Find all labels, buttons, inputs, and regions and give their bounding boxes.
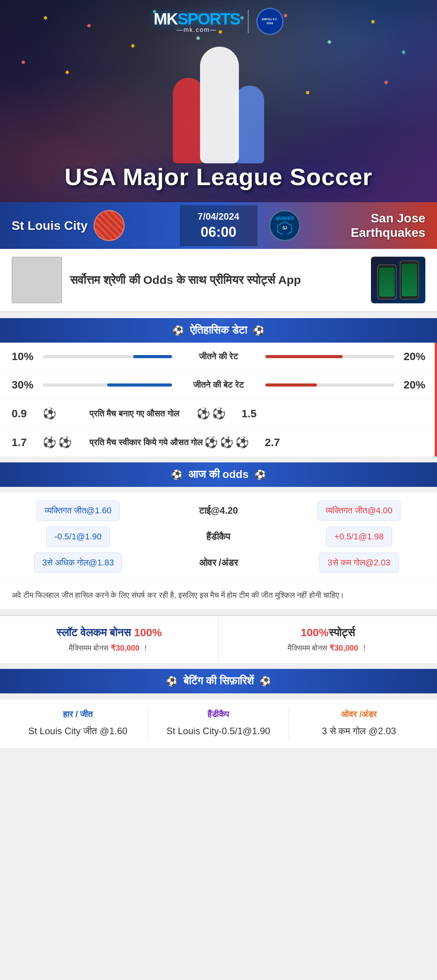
- stat-bar-container-1r: [265, 355, 395, 358]
- ball-icon-blue-4: ⚽: [58, 436, 72, 449]
- stat-bar-container-2r: [265, 383, 395, 387]
- match-time: 06:00: [192, 224, 246, 240]
- rec-value-overunder: 3 से कम गोल @2.03: [294, 724, 423, 738]
- ball-icon-blue-1: ⚽: [43, 407, 56, 420]
- bonus-subtitle-left: मैक्सिमम बोनस ₹30,000 ！: [8, 643, 211, 653]
- phone-1: [377, 264, 397, 299]
- odds-btn-tie[interactable]: टाई@4.20: [191, 500, 245, 521]
- rec-value-win-loss: St Louis City जीत @1.60: [14, 724, 142, 738]
- logo-divider: [248, 10, 249, 33]
- quakes-label: QUAKES: [275, 215, 294, 221]
- historical-header: ⚽ ऐतिहासिक डेटा ⚽: [0, 318, 437, 343]
- stat-icons-left-3: ⚽: [43, 407, 82, 420]
- svg-text:SJ: SJ: [282, 226, 287, 230]
- stat-bar-right-fill-1: [265, 355, 343, 358]
- stat-icons-right-4: ⚽ ⚽ ⚽: [210, 436, 249, 449]
- odds-cell-2-2: हैंडीकैप: [148, 527, 289, 547]
- promo-text: सर्वोत्तम श्रेणी की Odds के साथ प्रीमियर…: [70, 272, 363, 288]
- player-main-silhouette: [200, 47, 239, 163]
- odds-cell-2-1[interactable]: -0.5/1@1.90: [8, 527, 148, 547]
- odds-btn-win-right[interactable]: व्यक्तिगत जीत@4.00: [317, 500, 400, 521]
- odds-btn-over-left[interactable]: 3से अधिक गोल@1.83: [34, 553, 122, 573]
- promo-placeholder-image: [12, 257, 62, 303]
- stat-bar-left-1: [43, 355, 172, 358]
- team-left-logo: [94, 210, 125, 241]
- note-text: अवे टीम फिलहाल जीत हासिल करने के लिए संघ…: [12, 589, 425, 601]
- stat-bar-container-2: [43, 383, 172, 387]
- promo-phones-image: [371, 257, 425, 303]
- odds-label-handicap: हैंडीकैप: [198, 527, 238, 547]
- recommendations-header: ⚽ बेटिंग की सिफ़ारिशें ⚽: [0, 669, 437, 693]
- bonus-subtitle-right: मैक्सिमम बोनस ₹30,000 ！: [226, 643, 430, 653]
- team-left-name: St Louis City: [12, 219, 88, 233]
- odds-title: आज की odds: [188, 468, 248, 481]
- odds-cell-3-3[interactable]: 3से कम गोल@2.03: [289, 553, 429, 573]
- stat-left-bet-rate: 30%: [12, 379, 35, 391]
- hero-title: USA Major League Soccer: [0, 163, 437, 191]
- stat-right-bet-rate: 20%: [402, 379, 425, 391]
- match-header: St Louis City 7/04/2024 06:00 QUAKES SJ …: [0, 202, 437, 249]
- player-silhouette: [173, 78, 204, 163]
- stat-row-goals-conceded: 1.7 ⚽ ⚽ प्रति मैच स्वीकार किये गये औसत ग…: [0, 428, 437, 457]
- rec-col-overunder: ओवर /अंडर 3 से कम गोल @2.03: [289, 709, 429, 738]
- odds-cell-1-2[interactable]: टाई@4.20: [148, 500, 289, 521]
- odds-cell-1-3[interactable]: व्यक्तिगत जीत@4.00: [289, 500, 429, 521]
- odds-btn-win-left[interactable]: व्यक्तिगत जीत@1.60: [37, 500, 120, 521]
- team-right-section: QUAKES SJ San Jose Earthquakes: [258, 202, 437, 249]
- quakes-emblem: SJ: [277, 221, 292, 234]
- ball-icon-orange-3: ⚽: [204, 436, 218, 449]
- odds-btn-handicap-right[interactable]: +0.5/1@1.98: [326, 527, 392, 547]
- recommendations-section: हार / जीत St Louis City जीत @1.60 हैंडीक…: [0, 699, 437, 748]
- odds-cell-2-3[interactable]: +0.5/1@1.98: [289, 527, 429, 547]
- bonus-card-left[interactable]: स्लॉट वेलकम बोनस 100% मैक्सिमम बोनस ₹30,…: [0, 616, 219, 663]
- mk-brand: MKSPORTS —mk.com—: [153, 10, 240, 33]
- stat-bar-left-2: [43, 383, 172, 387]
- stat-label-2: जीतने की बेट रेट: [180, 380, 258, 390]
- hero-logos: MKSPORTS —mk.com— EMPOLI F.C. 1920: [153, 8, 283, 35]
- phone-screen-1: [379, 268, 395, 297]
- bonus-percent-left: 100%: [134, 626, 162, 639]
- red-side-bar: [435, 343, 437, 457]
- odds-section: व्यक्तिगत जीत@1.60 टाई@4.20 व्यक्तिगत जी…: [0, 493, 437, 609]
- stat-row-bet-rate: 30% जीतने की बेट रेट 20%: [0, 371, 437, 399]
- match-center: 7/04/2024 06:00: [180, 205, 258, 246]
- rec-value-handicap: St Louis City-0.5/1@1.90: [154, 724, 283, 738]
- bonus-section[interactable]: स्लॉट वेलकम बोनस 100% मैक्सिमम बोनस ₹30,…: [0, 615, 437, 663]
- soccer-icon-rec-left: ⚽: [166, 676, 178, 687]
- players-visual: [83, 39, 355, 163]
- rec-col-handicap: हैंडीकैप St Louis City-0.5/1@1.90: [148, 709, 289, 738]
- odds-btn-over-right[interactable]: 3से कम गोल@2.03: [319, 553, 399, 573]
- stat-left-win-rate: 10%: [12, 350, 35, 363]
- odds-cell-1-1[interactable]: व्यक्तिगत जीत@1.60: [8, 500, 148, 521]
- stat-bar-right-fill-2: [265, 383, 317, 387]
- promo-banner[interactable]: सर्वोत्तम श्रेणी की Odds के साथ प्रीमियर…: [0, 249, 437, 312]
- odds-cell-3-1[interactable]: 3से अधिक गोल@1.83: [8, 553, 148, 573]
- empoli-logo: EMPOLI F.C. 1920: [256, 8, 284, 35]
- odds-btn-handicap-left[interactable]: -0.5/1@1.90: [46, 527, 110, 547]
- ball-icon-blue-3: ⚽: [43, 436, 56, 449]
- bonus-sports-right: स्पोर्ट्स: [329, 626, 355, 639]
- stat-row-goals-scored: 0.9 ⚽ प्रति मैच बनाए गए औसत गोल ⚽ ⚽ 1.5: [0, 399, 437, 428]
- stat-bar-left-fill-2: [107, 383, 172, 387]
- stat-label-3: प्रति मैच बनाए गए औसत गोल: [89, 409, 179, 419]
- stat-icons-left-4: ⚽ ⚽: [43, 436, 82, 449]
- odds-grid: व्यक्तिगत जीत@1.60 टाई@4.20 व्यक्तिगत जी…: [0, 493, 437, 581]
- soccer-icon-right: ⚽: [253, 325, 265, 336]
- ball-icon-orange-4: ⚽: [220, 436, 233, 449]
- stat-left-goals-conceded: 1.7: [12, 436, 35, 449]
- bonus-title-left: स्लॉट वेलकम बोनस 100%: [8, 626, 211, 640]
- rec-type-handicap: हैंडीकैप: [154, 709, 283, 719]
- stat-bar-container-1: [43, 355, 172, 358]
- mk-logo: MKSPORTS: [153, 10, 240, 28]
- soccer-icon-odds-right: ⚽: [254, 469, 266, 480]
- phone-2: [400, 261, 419, 299]
- ball-icon-orange-5: ⚽: [235, 436, 249, 449]
- bonus-card-right[interactable]: 100%स्पोर्ट्स मैक्सिमम बोनस ₹30,000 ！: [219, 616, 437, 663]
- empoli-text: EMPOLI F.C. 1920: [262, 18, 278, 25]
- stat-bar-right-2: [265, 383, 395, 387]
- stat-left-goals-scored: 0.9: [12, 408, 35, 420]
- player-silhouette-2: [235, 86, 264, 163]
- stat-right-win-rate: 20%: [402, 350, 425, 363]
- stat-bar-left-fill-1: [133, 355, 172, 358]
- team-right-logo: QUAKES SJ: [269, 210, 300, 241]
